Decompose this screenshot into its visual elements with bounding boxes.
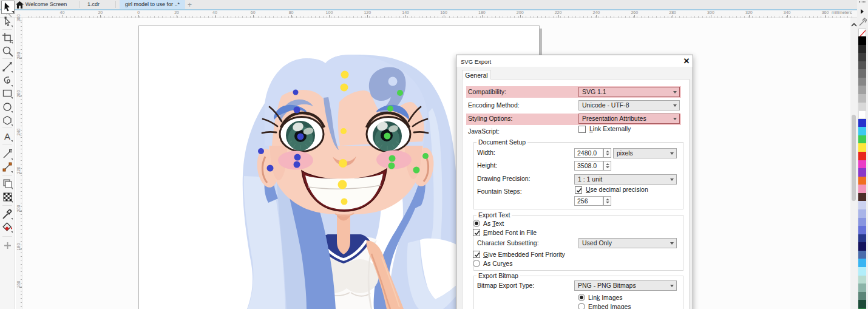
svg-text:A: A	[4, 131, 10, 141]
